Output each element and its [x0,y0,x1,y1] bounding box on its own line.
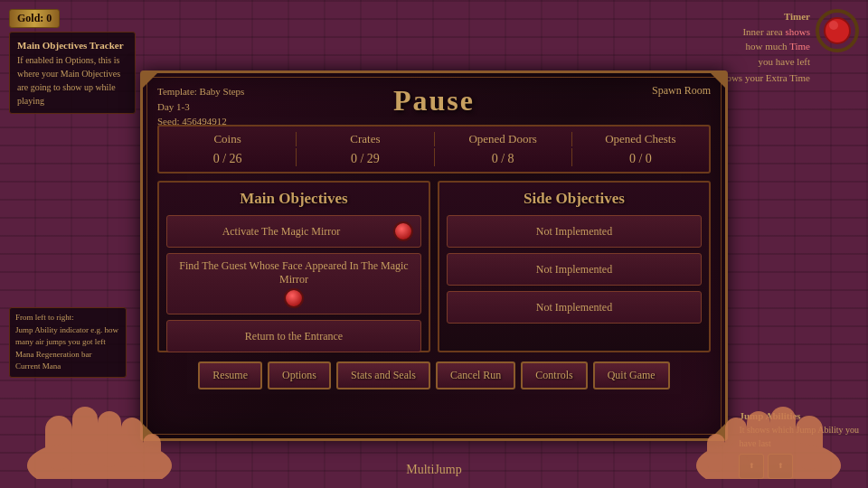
timer-circle [816,9,859,52]
multijump-label: MultiJump [406,463,461,477]
stats-bar: Coins Crates Opened Doors Opened Chests … [157,125,711,174]
gold-label: Gold: [17,12,43,24]
timer-inner-desc: Timer Inner area showshow much Timeyou h… [674,9,810,69]
quit-game-button[interactable]: Quit Game [593,361,670,389]
pause-panel: Template: Baby Steps Day 1-3 Seed: 45649… [140,70,728,441]
objectives-area: Main Objectives Activate The Magic Mirro… [157,181,711,352]
main-objective-3-text: Return to the Entrance [175,330,413,343]
opened-chests-stat: Opened Chests [572,132,709,146]
opened-doors-value-cell: 0 / 8 [435,148,571,166]
jump-ability-label: Jump Ability indicator e.g. how many air… [15,324,120,349]
objectives-tracker-desc: If enabled in Options, this is where you… [17,53,127,108]
main-objective-1-indicator [393,221,413,241]
stats-values-row: 0 / 26 0 / 29 0 / 8 0 / 0 [159,148,709,166]
crates-stat: Crates [297,132,433,146]
opened-doors-stat: Opened Doors [435,132,571,146]
template-line1: Template: Baby Steps [157,84,244,99]
bottom-right-panel: Jump Abilities It shows which Jump Abili… [739,408,859,480]
controls-button[interactable]: Controls [521,361,587,389]
side-objective-2: Not Implemented [447,253,702,286]
template-info: Template: Baby Steps Day 1-3 Seed: 45649… [157,84,244,129]
opened-chests-label: Opened Chests [572,132,709,146]
cancel-run-button[interactable]: Cancel Run [436,361,515,389]
svg-point-3 [829,21,838,30]
main-objective-2-indicator [284,288,304,308]
side-objective-1-text: Not Implemented [536,225,612,239]
opened-doors-value: 0 / 8 [435,152,571,166]
main-objectives-section: Main Objectives Activate The Magic Mirro… [157,181,430,352]
timer-inner-text: Inner area showshow much Timeyou have le… [742,26,810,67]
crates-label: Crates [297,132,433,146]
side-objective-3: Not Implemented [447,291,702,324]
jump-abilities-desc2: have last [739,436,859,450]
main-objective-3: Return to the Entrance [166,320,421,352]
coins-value: 0 / 26 [159,152,296,166]
side-objective-2-text: Not Implemented [536,263,612,277]
main-objective-1-text: Activate The Magic Mirror [175,225,388,239]
resume-button[interactable]: Resume [198,361,262,389]
template-line2: Day 1-3 [157,99,244,115]
bottom-left-labels: From left to right: Jump Ability indicat… [9,307,127,378]
main-objectives-title: Main Objectives [166,190,421,208]
main-objective-2: Find The Guest Whose Face Appeared In Th… [166,253,421,314]
objectives-tracker-panel: Main Objectives Tracker If enabled in Op… [9,32,136,114]
options-button[interactable]: Options [268,361,331,389]
main-objective-2-text: Find The Guest Whose Face Appeared In Th… [175,259,413,286]
opened-chests-value: 0 / 0 [572,152,709,166]
gold-value: 0 [46,12,52,24]
main-objective-1: Activate The Magic Mirror [166,215,421,248]
opened-chests-value-cell: 0 / 0 [572,148,709,166]
ability-icon-2: ⬆ [768,454,793,479]
from-label: From left to right: [15,312,120,324]
side-objectives-title: Side Objectives [447,190,702,208]
objectives-tracker-title: Main Objectives Tracker [17,38,127,53]
jump-abilities-desc: It shows which Jump Ability you [739,423,859,436]
top-left-panel: Gold: 0 Main Objectives Tracker If enabl… [9,9,136,114]
opened-doors-label: Opened Doors [435,132,571,146]
side-objectives-section: Side Objectives Not Implemented Not Impl… [438,181,711,352]
coins-label: Coins [159,132,296,146]
ability-icons-row: ⬆ ⬆ [739,454,859,479]
crates-value: 0 / 29 [297,152,433,166]
side-objective-3-text: Not Implemented [536,301,612,314]
coins-stat: Coins [159,132,296,146]
side-objective-1: Not Implemented [447,215,702,248]
mana-regen-label: Mana Regeneration bar [15,349,120,361]
crates-value-cell: 0 / 29 [297,148,433,166]
stats-and-seals-button[interactable]: Stats and Seals [336,361,430,389]
ability-icon-1: ⬆ [739,454,764,479]
bottom-buttons: Resume Options Stats and Seals Cancel Ru… [157,361,711,389]
current-mana-label: Current Mana [15,361,120,373]
template-line3: Seed: 456494912 [157,114,244,129]
coins-value-cell: 0 / 26 [159,148,296,166]
jump-abilities-title: Jump Abilities [739,408,859,424]
gold-bar: Gold: 0 [9,9,60,28]
stats-labels-row: Coins Crates Opened Doors Opened Chests [159,132,709,146]
spawn-room-label: Spawn Room [652,84,711,98]
